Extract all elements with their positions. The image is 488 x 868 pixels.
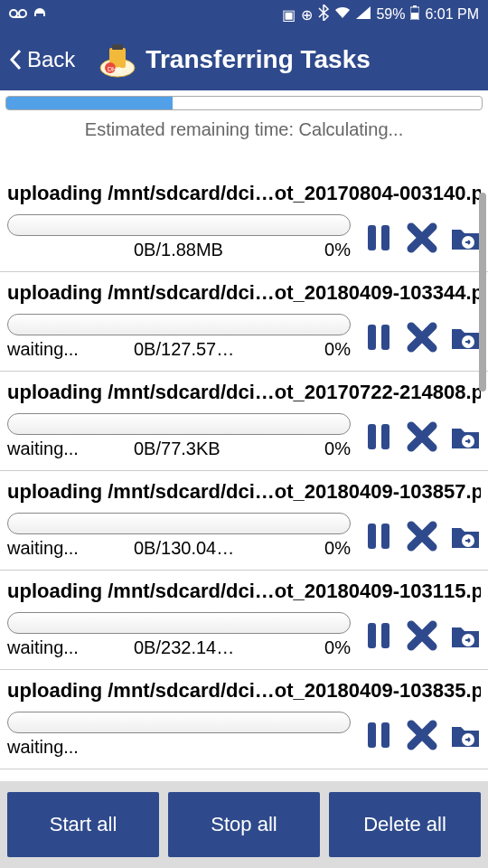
- cancel-icon[interactable]: [407, 421, 437, 452]
- task-filename: uploading /mnt/sdcard/dci…ot_20180409-10…: [7, 679, 481, 703]
- scrollbar[interactable]: [479, 193, 486, 392]
- svg-rect-11: [368, 225, 376, 250]
- task-status: waiting...: [7, 538, 134, 559]
- overall-progress-fill: [6, 97, 173, 109]
- pause-icon[interactable]: [363, 222, 394, 253]
- task-percent: [305, 737, 351, 758]
- task-row: uploading /mnt/sdcard/dci…ot_20180409-10…: [0, 272, 488, 372]
- svg-rect-8: [112, 44, 123, 50]
- svg-rect-15: [381, 325, 389, 350]
- task-size: 0B/232.14…: [134, 637, 305, 658]
- svg-rect-18: [381, 424, 389, 449]
- battery-saver-icon: ▣: [282, 6, 296, 24]
- svg-rect-27: [381, 722, 389, 748]
- open-folder-icon[interactable]: [450, 620, 481, 651]
- status-right: ▣ ⊕ 59% 6:01 PM: [282, 5, 479, 24]
- chevron-left-icon: [9, 49, 22, 71]
- task-progress-bar: [7, 712, 351, 733]
- task-status: waiting...: [7, 439, 134, 459]
- svg-rect-4: [413, 5, 417, 7]
- overall-progress-bar: [5, 96, 483, 110]
- cancel-icon[interactable]: [407, 521, 437, 552]
- task-percent: 0%: [305, 637, 351, 658]
- page-title: Transferring Tasks: [145, 45, 370, 74]
- task-size: 0B/130.04…: [134, 538, 305, 559]
- signal-icon: [356, 6, 371, 23]
- task-progress-bar: [7, 314, 351, 335]
- task-row: uploading /mnt/sdcard/dci…ot_20180409-10…: [0, 471, 488, 571]
- task-status: waiting...: [7, 737, 134, 758]
- pause-icon[interactable]: [363, 720, 394, 750]
- cancel-icon[interactable]: [407, 222, 437, 253]
- svg-text:DHQ: DHQ: [108, 66, 122, 73]
- svg-rect-17: [368, 424, 376, 449]
- svg-rect-14: [368, 325, 376, 350]
- clock: 6:01 PM: [425, 6, 479, 23]
- task-filename: uploading /mnt/sdcard/dci…ot_20170804-00…: [7, 182, 481, 205]
- battery-icon: [410, 5, 419, 24]
- open-folder-icon[interactable]: [450, 421, 481, 452]
- task-row: uploading /mnt/sdcard/dci…ot_20170722-21…: [0, 372, 488, 471]
- task-size: [134, 737, 305, 758]
- svg-rect-23: [368, 623, 376, 648]
- task-size: 0B/127.57…: [134, 339, 305, 360]
- task-list[interactable]: uploading /mnt/sdcard/dci…ot_20170804-00…: [0, 173, 488, 781]
- pause-icon[interactable]: [363, 421, 394, 452]
- svg-point-1: [19, 10, 26, 17]
- task-filename: uploading /mnt/sdcard/dci…ot_20180409-10…: [7, 580, 481, 603]
- task-status: [7, 240, 134, 260]
- cancel-icon[interactable]: [407, 322, 437, 353]
- task-percent: 0%: [305, 339, 351, 360]
- overall-progress: Estimated remaining time: Calculating...: [0, 90, 488, 173]
- svg-rect-24: [381, 623, 389, 648]
- back-button[interactable]: Back: [9, 47, 75, 72]
- task-row: uploading /mnt/sdcard/dci…ot_20180409-10…: [0, 571, 488, 670]
- task-progress-bar: [7, 413, 351, 435]
- svg-point-0: [10, 10, 17, 17]
- back-label: Back: [27, 47, 75, 72]
- stop-all-button[interactable]: Stop all: [168, 792, 320, 857]
- task-progress-bar: [7, 612, 351, 634]
- cancel-icon[interactable]: [407, 620, 437, 651]
- task-status: waiting...: [7, 339, 134, 360]
- svg-rect-20: [368, 524, 376, 549]
- svg-rect-26: [368, 722, 376, 748]
- footer-bar: Start all Stop all Delete all: [0, 781, 488, 868]
- app-header: Back DHQ Transferring Tasks: [0, 29, 488, 90]
- task-size: 0B/77.3KB: [134, 439, 305, 459]
- svg-rect-12: [381, 225, 389, 250]
- task-progress-bar: [7, 214, 351, 236]
- task-row: uploading /mnt/sdcard/dci…ot_20180409-10…: [0, 670, 488, 769]
- task-percent: 0%: [305, 439, 351, 459]
- status-bar: ▣ ⊕ 59% 6:01 PM: [0, 0, 488, 29]
- start-all-button[interactable]: Start all: [7, 792, 159, 857]
- task-filename: uploading /mnt/sdcard/dci…ot_20180409-10…: [7, 480, 481, 504]
- status-left: [9, 5, 47, 24]
- pause-icon[interactable]: [363, 521, 394, 552]
- pause-icon[interactable]: [363, 620, 394, 651]
- cancel-icon[interactable]: [407, 720, 437, 750]
- open-folder-icon[interactable]: [450, 720, 481, 750]
- open-folder-icon[interactable]: [450, 222, 481, 253]
- headset-icon: [33, 5, 47, 24]
- svg-rect-5: [411, 13, 418, 19]
- voicemail-icon: [9, 5, 27, 24]
- data-icon: ⊕: [301, 6, 313, 24]
- open-folder-icon[interactable]: [450, 521, 481, 552]
- battery-pct: 59%: [376, 6, 405, 23]
- remaining-time: Estimated remaining time: Calculating...: [5, 119, 483, 140]
- delete-all-button[interactable]: Delete all: [329, 792, 481, 857]
- svg-rect-21: [381, 524, 389, 549]
- task-row: uploading /mnt/sdcard/dci…ot_20170804-00…: [0, 173, 488, 272]
- wifi-icon: [334, 6, 351, 23]
- app-icon: DHQ: [99, 41, 136, 79]
- task-percent: 0%: [305, 538, 351, 559]
- task-percent: 0%: [305, 240, 351, 260]
- task-filename: uploading /mnt/sdcard/dci…ot_20180409-10…: [7, 281, 481, 305]
- bluetooth-icon: [318, 5, 329, 24]
- pause-icon[interactable]: [363, 322, 394, 353]
- open-folder-icon[interactable]: [450, 322, 481, 353]
- task-filename: uploading /mnt/sdcard/dci…ot_20170722-21…: [7, 381, 481, 404]
- task-progress-bar: [7, 513, 351, 534]
- task-status: waiting...: [7, 637, 134, 658]
